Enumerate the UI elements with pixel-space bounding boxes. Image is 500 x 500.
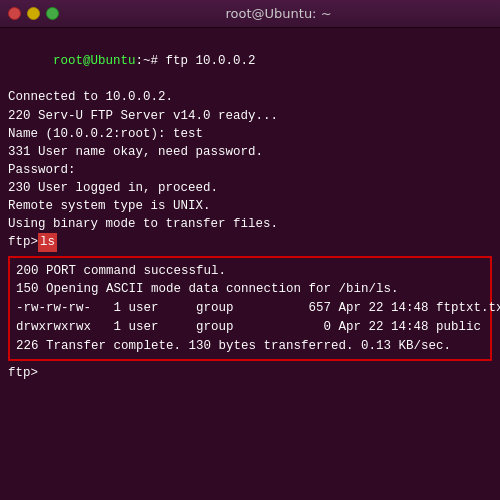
window-title: root@Ubuntu: ~ xyxy=(65,6,492,21)
terminal-line-5: 331 User name okay, need password. xyxy=(8,143,492,161)
terminal-window: root@Ubuntu: ~ root@Ubuntu:~# ftp 10.0.0… xyxy=(0,0,500,500)
ftp-output-line-1: 200 PORT command successful. xyxy=(16,262,484,281)
terminal-line-9: Using binary mode to transfer files. xyxy=(8,215,492,233)
ftp-prompt-label: ftp> xyxy=(8,233,38,251)
terminal-line-1: root@Ubuntu:~# ftp 10.0.0.2 xyxy=(8,34,492,88)
terminal-line-8: Remote system type is UNIX. xyxy=(8,197,492,215)
ftp-command: ls xyxy=(38,233,57,251)
ftp-output-line-2: 150 Opening ASCII mode data connection f… xyxy=(16,280,484,299)
minimize-button[interactable] xyxy=(27,7,40,20)
ftp-output-line-5: 226 Transfer complete. 130 bytes transfe… xyxy=(16,337,484,356)
ftp-output-line-4: drwxrwxrwx 1 user group 0 Apr 22 14:48 p… xyxy=(16,318,484,337)
ftp-bottom-prompt: ftp> xyxy=(8,364,492,382)
ftp-output-line-3: -rw-rw-rw- 1 user group 657 Apr 22 14:48… xyxy=(16,299,484,318)
close-button[interactable] xyxy=(8,7,21,20)
titlebar: root@Ubuntu: ~ xyxy=(0,0,500,28)
terminal-line-6: Password: xyxy=(8,161,492,179)
terminal-line-3: 220 Serv-U FTP Server v14.0 ready... xyxy=(8,107,492,125)
terminal-line-4: Name (10.0.0.2:root): test xyxy=(8,125,492,143)
prompt-text: root@Ubuntu xyxy=(53,54,136,68)
terminal-line-2: Connected to 10.0.0.2. xyxy=(8,88,492,106)
terminal-line-7: 230 User logged in, proceed. xyxy=(8,179,492,197)
ftp-output-box: 200 PORT command successful. 150 Opening… xyxy=(8,256,492,362)
terminal-body[interactable]: root@Ubuntu:~# ftp 10.0.0.2 Connected to… xyxy=(0,28,500,500)
maximize-button[interactable] xyxy=(46,7,59,20)
ftp-bottom-prompt-label: ftp> xyxy=(8,364,38,382)
ftp-prompt-line: ftp> ls xyxy=(8,233,492,251)
